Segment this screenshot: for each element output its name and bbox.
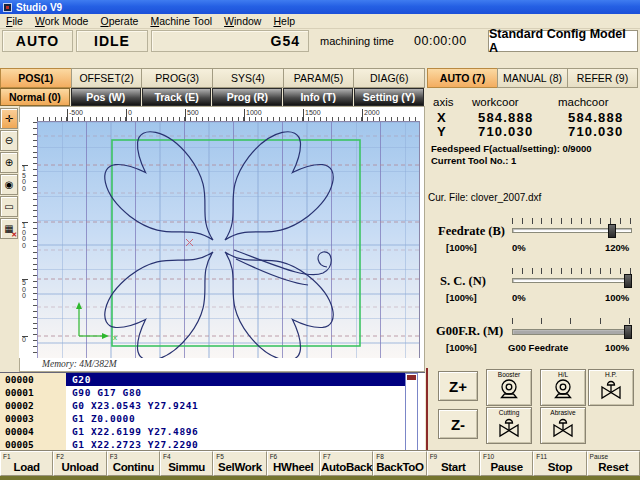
z-plus-button[interactable]: Z+	[438, 371, 478, 401]
tab-diag[interactable]: DIAG(6)	[353, 68, 425, 88]
sc-max: 100%	[605, 292, 629, 303]
subtab-track[interactable]: Track (E)	[142, 88, 212, 106]
subtab-pos[interactable]: Pos (W)	[71, 88, 141, 106]
machining-time-label: machining time	[320, 35, 394, 47]
sub-tab-row: Normal (0) Pos (W) Track (E) Prog (R) In…	[0, 88, 425, 106]
fkey-reset[interactable]: PauseReset	[587, 451, 640, 476]
main-tab-row: POS(1) OFFSET(2) PROG(3) SYS(4) PARAM(5)…	[0, 68, 425, 88]
menu-operate[interactable]: Operate	[94, 14, 144, 28]
feedrate-max: 120%	[605, 242, 629, 253]
title-bar: Studio V9	[0, 0, 640, 14]
gcode-indicator: G54	[151, 30, 309, 52]
sc-ticks	[512, 268, 632, 274]
position-marker	[186, 239, 193, 246]
clear-track-icon[interactable]: ▦✕	[0, 218, 18, 239]
subtab-prog[interactable]: Prog (R)	[212, 88, 282, 106]
subtab-info[interactable]: Info (T)	[283, 88, 353, 106]
pump-icon	[498, 378, 520, 400]
hl-button[interactable]: H/L	[540, 369, 586, 406]
feedrate-slider[interactable]	[512, 228, 632, 233]
tab-sys[interactable]: SYS(4)	[212, 68, 283, 88]
clear-x-mark: ✕	[11, 231, 17, 239]
tab-auto[interactable]: AUTO (7)	[427, 68, 497, 88]
y-workcoor-value: 710.030	[478, 124, 533, 139]
line-code: G90 G17 G80	[66, 386, 405, 399]
booster-label: Booster	[498, 371, 520, 378]
fkey-simmu[interactable]: F4Simmu	[160, 451, 213, 476]
g00fr-slider[interactable]	[512, 329, 632, 335]
program-list[interactable]: 00000 G20 00001 G90 G17 G80 00002 G0 X23…	[0, 372, 425, 450]
tab-manual[interactable]: MANUAL (8)	[497, 68, 567, 88]
toolpath-canvas[interactable]: x	[37, 122, 420, 358]
line-code: G0 X23.0543 Y27.9241	[66, 399, 405, 412]
right-tab-row: AUTO (7) MANUAL (8) REFER (9)	[427, 68, 638, 88]
pan-center-icon[interactable]: ✛	[0, 108, 18, 129]
fkey-load[interactable]: F1Load	[0, 451, 53, 476]
g00fr-ticks	[512, 318, 632, 324]
z-minus-button[interactable]: Z-	[438, 409, 478, 439]
zoom-in-icon[interactable]: ⊕	[0, 152, 18, 173]
sc-slider-handle[interactable]	[624, 274, 632, 288]
abrasive-button[interactable]: Abrasive	[540, 407, 586, 444]
ruler-x-label: 2000	[362, 109, 380, 121]
workpiece-boundary	[112, 140, 360, 346]
g00fr-slider-handle[interactable]	[624, 325, 632, 339]
sc-slider[interactable]	[512, 278, 632, 283]
line-number: 00001	[0, 386, 66, 399]
zoom-out-icon[interactable]: ⊖	[0, 130, 18, 151]
fkey-pause[interactable]: F10Pause	[480, 451, 533, 476]
tab-param[interactable]: PARAM(5)	[283, 68, 354, 88]
axis-x-name: X	[437, 110, 447, 125]
tab-pos[interactable]: POS(1)	[0, 68, 71, 88]
sc-slider-label: S. C. (N)	[440, 274, 486, 289]
line-number: 00003	[0, 412, 66, 425]
fkey-autoback[interactable]: F7AutoBack	[320, 451, 373, 476]
coord-header-axis: axis	[433, 96, 453, 108]
panel-separator	[426, 368, 428, 452]
fkey-start[interactable]: F9Start	[427, 451, 480, 476]
menu-machine-tool[interactable]: Machine Tool	[144, 14, 218, 28]
hp-button[interactable]: H.P.	[588, 369, 634, 406]
ruler-y-label: 1500	[22, 165, 28, 192]
scrollbar-thumb[interactable]	[407, 375, 416, 380]
valve-icon	[600, 378, 622, 400]
cutting-button[interactable]: Cutting	[486, 407, 532, 444]
fkey-hwheel[interactable]: F6HWheel	[267, 451, 320, 476]
grid-dashed-lines	[37, 136, 420, 336]
locate-icon[interactable]: ◉	[0, 174, 18, 195]
fkey-stop[interactable]: F11Stop	[533, 451, 586, 476]
ruler-x-label: 1000	[244, 109, 262, 121]
horizontal-ruler: -500 0 500 1000 1500 2000	[37, 108, 420, 122]
state-indicator: IDLE	[76, 30, 148, 52]
fkey-continu[interactable]: F3Continu	[107, 451, 160, 476]
booster-button[interactable]: Booster	[486, 369, 532, 406]
valve-icon	[552, 416, 574, 438]
current-file-info: Cur. File: clover_2007.dxf	[428, 192, 541, 203]
tab-refer[interactable]: REFER (9)	[567, 68, 638, 88]
program-row[interactable]: 00001 G90 G17 G80	[0, 386, 425, 399]
fkey-unload[interactable]: F2Unload	[53, 451, 106, 476]
feedspeed-info: Feedspeed F(actual/setting): 0/9000	[431, 143, 592, 154]
program-row[interactable]: 00004 G1 X22.6199 Y27.4896	[0, 425, 425, 438]
program-row[interactable]: 00002 G0 X23.0543 Y27.9241	[0, 399, 425, 412]
tab-offset[interactable]: OFFSET(2)	[71, 68, 142, 88]
fkey-backtoo[interactable]: F8BackToO	[373, 451, 426, 476]
fit-view-icon[interactable]: ▭	[0, 196, 18, 217]
feedrate-min: 0%	[512, 242, 526, 253]
tab-prog[interactable]: PROG(3)	[141, 68, 212, 88]
view-toolbar: ✛ ⊖ ⊕ ◉ ▭ ▦✕	[0, 108, 19, 240]
subtab-normal[interactable]: Normal (0)	[0, 88, 70, 106]
program-row[interactable]: 00003 G1 Z0.0000	[0, 412, 425, 425]
program-scrollbar[interactable]	[405, 373, 418, 451]
feedrate-slider-handle[interactable]	[608, 224, 616, 238]
ruler-x-label: 0	[126, 109, 132, 121]
feedrate-slider-label: Feedrate (B)	[438, 224, 505, 239]
app-icon	[3, 3, 12, 12]
menu-window[interactable]: Window	[218, 14, 267, 28]
menu-help[interactable]: Help	[267, 14, 301, 28]
menu-file[interactable]: File	[0, 14, 29, 28]
fkey-selwork[interactable]: F5SelWork	[213, 451, 266, 476]
program-row[interactable]: 00000 G20	[0, 373, 425, 386]
subtab-setting[interactable]: Setting (Y)	[354, 88, 424, 106]
menu-work-mode[interactable]: Work Mode	[29, 14, 95, 28]
